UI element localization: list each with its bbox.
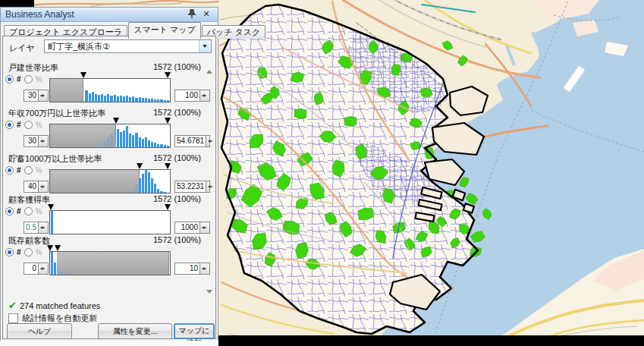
panel-titlebar[interactable]: Business Analyst ✕ <box>1 8 218 22</box>
count-radio-label: # <box>17 248 21 256</box>
count-radio[interactable] <box>5 248 14 256</box>
close-icon[interactable]: ✕ <box>201 8 212 19</box>
histogram-feature-count: 1572 (100%) <box>153 108 201 117</box>
histogram-row: 貯蓄1000万以上世帯比率 1572 (100%) # % 40 53.2231 <box>1 153 218 197</box>
count-radio-label: # <box>17 166 21 175</box>
percent-radio-label: % <box>36 121 42 129</box>
range-handle-right[interactable] <box>165 72 171 81</box>
max-value-spinner[interactable]: 54.6781 <box>174 135 210 147</box>
panel-title: Business Analyst <box>5 9 74 20</box>
help-button[interactable]: ヘルプ <box>7 323 72 339</box>
spinner-arrows-icon[interactable] <box>199 90 210 102</box>
histogram-bars <box>50 170 170 193</box>
range-handle-right[interactable] <box>165 163 171 172</box>
spinner-arrows-icon[interactable] <box>38 90 49 102</box>
max-value[interactable]: 1000 <box>174 222 199 234</box>
tab-1[interactable]: スマート マップ <box>128 22 201 39</box>
percent-radio-label: % <box>36 166 42 175</box>
spinner-arrows-icon[interactable] <box>38 135 49 147</box>
matched-status: ✔274 matched features <box>8 300 100 311</box>
histogram-feature-count: 1572 (100%) <box>153 194 201 203</box>
min-value[interactable]: 30 <box>24 90 38 102</box>
histogram-feature-count: 1572 (100%) <box>153 235 201 244</box>
spinner-arrows-icon[interactable] <box>199 222 210 234</box>
max-value[interactable]: 100 <box>174 90 199 102</box>
count-radio[interactable] <box>5 121 14 129</box>
max-value[interactable]: 10 <box>174 263 199 275</box>
max-value[interactable]: 54.6781 <box>174 135 206 147</box>
min-value[interactable]: 0 <box>24 263 38 275</box>
chevron-down-icon[interactable] <box>199 40 211 52</box>
histogram-chart[interactable] <box>49 78 171 102</box>
histogram-chart[interactable] <box>49 251 171 275</box>
max-value-spinner[interactable]: 53.2231 <box>174 181 210 193</box>
histogram-row: 年収700万円以上世帯比率 1572 (100%) # % 30 54.6781 <box>1 108 218 152</box>
min-value-spinner[interactable]: 30 <box>24 90 49 102</box>
panel-bottom-gap <box>0 341 218 346</box>
percent-radio[interactable] <box>24 207 33 215</box>
range-handle-left[interactable] <box>80 72 86 81</box>
max-value-spinner[interactable]: 1000 <box>174 222 210 234</box>
layer-select[interactable]: 町丁字_横浜市② <box>44 39 212 53</box>
histogram-chart[interactable] <box>49 169 171 193</box>
change-attributes-button[interactable]: 属性を変更... <box>98 323 172 339</box>
auto-update-label: 統計情報を自動更新 <box>22 313 97 324</box>
spinner-arrows-icon[interactable] <box>199 263 210 275</box>
histogram-feature-count: 1572 (100%) <box>153 62 201 71</box>
count-radio-label: # <box>17 207 21 215</box>
max-value-spinner[interactable]: 100 <box>174 90 210 102</box>
count-radio[interactable] <box>5 166 14 175</box>
spinner-arrows-icon[interactable] <box>38 181 49 193</box>
range-handle-right[interactable] <box>165 204 171 213</box>
check-icon: ✔ <box>8 300 17 311</box>
histogram-label: 年収700万円以上世帯比率 <box>8 108 105 119</box>
min-value-spinner[interactable]: 30 <box>24 135 49 147</box>
spinner-arrows-icon[interactable] <box>206 181 210 193</box>
count-radio-label: # <box>17 75 21 83</box>
histogram-chart[interactable] <box>49 124 171 148</box>
spinner-arrows-icon[interactable] <box>38 222 49 234</box>
min-value-spinner[interactable]: 0 <box>24 263 49 275</box>
min-value[interactable]: 40 <box>24 181 38 193</box>
histogram-row: 戸建世帯比率 1572 (100%) # % 30 100 <box>1 62 218 106</box>
matched-text: 274 matched features <box>20 301 100 310</box>
scroll-down-icon[interactable] <box>206 290 212 297</box>
auto-update-checkbox[interactable] <box>8 313 18 323</box>
percent-radio[interactable] <box>24 166 33 175</box>
histogram-label: 貯蓄1000万以上世帯比率 <box>8 153 102 165</box>
min-value[interactable]: 30 <box>24 135 38 147</box>
range-handle-left[interactable] <box>113 118 119 127</box>
min-value-spinner[interactable]: 40 <box>24 181 49 193</box>
range-handle-left[interactable] <box>47 245 53 254</box>
histogram-label: 戸建世帯比率 <box>8 62 58 74</box>
add-to-map-button[interactable]: マップに追加 <box>174 323 215 339</box>
percent-radio[interactable] <box>24 75 33 83</box>
layer-label: レイヤ <box>9 42 35 54</box>
histogram-label: 顧客獲得率 <box>8 194 50 206</box>
count-radio[interactable] <box>5 207 14 215</box>
histogram-chart[interactable] <box>49 210 171 234</box>
percent-radio[interactable] <box>24 248 33 256</box>
histogram-row: 既存顧客数 1572 (100%) # % 0 10 <box>1 235 218 279</box>
range-handle-right[interactable] <box>55 245 61 254</box>
range-handle-right[interactable] <box>165 118 171 127</box>
spinner-arrows-icon[interactable] <box>38 263 49 275</box>
pin-icon[interactable] <box>187 9 198 20</box>
histogram-row: 顧客獲得率 1572 (100%) # % 0.5 1000 <box>1 194 218 238</box>
count-radio[interactable] <box>5 75 14 83</box>
panel-tabs: プロジェクト エクスプローラスマート マップバッチ タスク <box>4 22 216 36</box>
min-value-spinner[interactable]: 0.5 <box>24 222 49 234</box>
screen-edge-bottom <box>218 335 644 346</box>
range-handle-left[interactable] <box>48 204 54 213</box>
max-value[interactable]: 53.2231 <box>174 181 206 193</box>
max-value-spinner[interactable]: 10 <box>174 263 210 275</box>
histogram-label: 既存顧客数 <box>8 235 50 247</box>
histogram-feature-count: 1572 (100%) <box>153 153 201 162</box>
spinner-arrows-icon[interactable] <box>206 135 210 147</box>
count-radio-label: # <box>17 121 21 129</box>
percent-radio-label: % <box>36 75 42 83</box>
range-handle-left[interactable] <box>137 163 143 172</box>
business-analyst-panel: Business Analyst ✕ プロジェクト エクスプローラスマート マッ… <box>0 7 218 341</box>
percent-radio[interactable] <box>24 121 33 129</box>
min-value[interactable]: 0.5 <box>24 222 38 234</box>
